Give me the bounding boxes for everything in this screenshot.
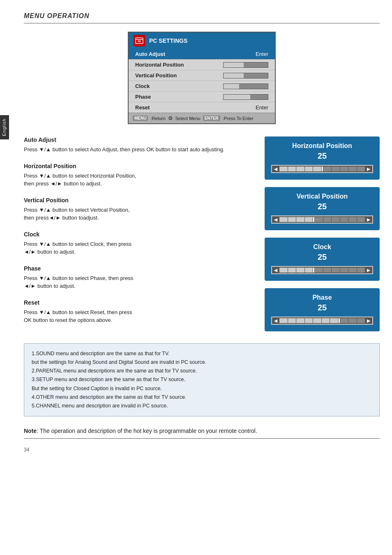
menu-row-vertical-position[interactable]: Vertical Position (129, 70, 275, 81)
menu-row-reset[interactable]: Reset Enter (129, 102, 275, 113)
note-footer-label: Note (24, 428, 37, 434)
display-bar-phase: ◄ ► (271, 317, 373, 325)
display-box-title-horizontal: Horizontal Position (271, 142, 373, 150)
menu-label-reset: Reset (135, 104, 150, 111)
menu-label-auto-adjust: Auto Adjust (135, 51, 165, 57)
pc-settings-menu: PC SETTINGS Auto Adjust Enter Horizontal… (128, 32, 276, 124)
menu-key-menu: MENU (133, 116, 148, 121)
entry-text-reset: Press ▼/▲ button to select Reset, then p… (24, 308, 256, 324)
entry-text-clock: Press ▼/▲ button to select Clock, then p… (24, 240, 256, 256)
entry-title-auto-adjust: Auto Adjust (24, 136, 256, 143)
menu-bar-horizontal (223, 62, 268, 68)
display-box-phase: Phase 25 ◄ (265, 288, 380, 331)
display-box-value-horizontal: 25 (271, 151, 373, 161)
content-area: Auto Adjust Press ▼/▲ button to select A… (24, 136, 380, 333)
note-item-5: 5.CHANNEL menu and description are inval… (32, 402, 372, 410)
menu-bottom-bar: MENU :Return ⚙ Select Menu ENTER :Press … (129, 113, 275, 123)
right-arrow-horizontal: ► (366, 166, 371, 172)
menu-bar-clock (223, 83, 268, 89)
entry-title-clock: Clock (24, 231, 256, 238)
menu-label-horizontal-position: Horizontal Position (135, 62, 184, 68)
display-box-title-phase: Phase (271, 294, 373, 301)
sidebar-english-label: English (0, 115, 9, 139)
menu-title: PC SETTINGS (149, 37, 187, 44)
note-item-3b: But the setting for Closed Caption is in… (32, 384, 372, 393)
menu-label-phase: Phase (135, 94, 151, 100)
entry-title-phase: Phase (24, 265, 256, 272)
entry-text-vertical-position: Press ▼/▲ button to select Vertical Posi… (24, 206, 256, 222)
menu-icon (134, 35, 145, 46)
section-title: MENU OPERATION (24, 12, 380, 20)
note-footer: Note: The operation and description of t… (24, 426, 380, 435)
menu-bar-phase (223, 94, 268, 100)
entry-text-horizontal-position: Press ▼/▲ button to select Horizontal Po… (24, 172, 256, 188)
menu-key-enter: ENTER (203, 116, 220, 121)
menu-rows: Auto Adjust Enter Horizontal Position Ve… (129, 49, 275, 113)
entry-vertical-position: Vertical Position Press ▼/▲ button to se… (24, 197, 256, 222)
left-arrow-horizontal: ◄ (273, 166, 279, 172)
note-item-1: 1.SOUND menu and description are the sam… (32, 349, 372, 358)
note-item-1b: but the settings for Analog Sound and Di… (32, 358, 372, 367)
title-divider (24, 23, 380, 23)
bottom-divider (24, 438, 380, 439)
display-box-horizontal-position: Horizontal Position 25 ◄ (265, 136, 380, 180)
display-bar-clock: ◄ ► (271, 266, 373, 274)
svg-rect-2 (138, 40, 141, 42)
display-box-title-vertical: Vertical Position (271, 193, 373, 200)
menu-label-clock: Clock (135, 83, 150, 89)
left-arrow-phase: ◄ (273, 317, 279, 324)
display-box-value-vertical: 25 (271, 202, 373, 211)
menu-enter-label: :Press To Enter (223, 116, 254, 121)
display-bar-horizontal: ◄ ► (271, 165, 373, 173)
menu-row-auto-adjust[interactable]: Auto Adjust Enter (129, 49, 275, 60)
right-arrow-vertical: ► (366, 216, 371, 223)
menu-icon-select: ⚙ (168, 115, 173, 121)
entry-horizontal-position: Horizontal Position Press ▼/▲ button to … (24, 163, 256, 188)
menu-header: PC SETTINGS (129, 32, 275, 49)
entry-text-phase: Press ▼/▲ button to select Phase, then p… (24, 274, 256, 290)
left-column: Auto Adjust Press ▼/▲ button to select A… (24, 136, 256, 333)
menu-label-vertical-position: Vertical Position (135, 72, 177, 79)
entry-auto-adjust: Auto Adjust Press ▼/▲ button to select A… (24, 136, 256, 154)
display-box-clock: Clock 25 ◄ (265, 238, 380, 281)
menu-row-horizontal-position[interactable]: Horizontal Position (129, 60, 275, 70)
entry-phase: Phase Press ▼/▲ button to select Phase, … (24, 265, 256, 290)
right-arrow-clock: ► (366, 267, 371, 273)
display-box-value-clock: 25 (271, 252, 373, 262)
menu-select-label: Select Menu (175, 116, 201, 121)
menu-value-auto-adjust: Enter (256, 51, 268, 57)
display-box-value-phase: 25 (271, 303, 373, 312)
note-footer-text: : The operation and description of the h… (37, 428, 257, 434)
note-item-3: 3.SETUP menu and description are the sam… (32, 375, 372, 384)
note-item-4: 4.OTHER menu and description are the sam… (32, 393, 372, 402)
menu-value-reset: Enter (256, 104, 268, 111)
entry-text-auto-adjust: Press ▼/▲ button to select Auto Adjust, … (24, 146, 256, 154)
display-bar-vertical: ◄ ► (271, 215, 373, 224)
note-item-2: 2.PARENTAL menu and descriptions are the… (32, 367, 372, 375)
menu-return-label: :Return (150, 116, 165, 121)
menu-bar-vertical (223, 73, 268, 79)
display-box-title-clock: Clock (271, 243, 373, 251)
left-arrow-clock: ◄ (273, 267, 279, 273)
entry-title-vertical-position: Vertical Position (24, 197, 256, 204)
menu-row-clock[interactable]: Clock (129, 81, 275, 92)
entry-title-horizontal-position: Horizontal Position (24, 163, 256, 169)
left-arrow-vertical: ◄ (273, 216, 279, 223)
entry-title-reset: Reset (24, 299, 256, 306)
menu-row-phase[interactable]: Phase (129, 92, 275, 102)
right-column: Horizontal Position 25 ◄ (265, 136, 380, 333)
display-box-vertical-position: Vertical Position 25 ◄ (265, 187, 380, 230)
page-number: 34 (24, 447, 380, 453)
right-arrow-phase: ► (366, 317, 371, 324)
entry-reset: Reset Press ▼/▲ button to select Reset, … (24, 299, 256, 324)
notes-box: 1.SOUND menu and description are the sam… (24, 343, 380, 417)
entry-clock: Clock Press ▼/▲ button to select Clock, … (24, 231, 256, 256)
